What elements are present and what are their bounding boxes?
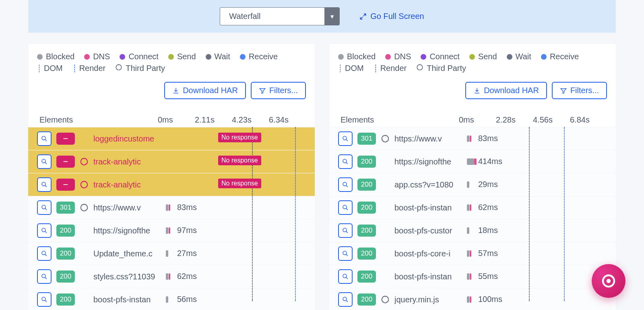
row-inspect-button[interactable] bbox=[37, 131, 52, 146]
row-inspect-button[interactable] bbox=[338, 292, 353, 307]
axis-tick: 2.28s bbox=[496, 115, 533, 125]
status-badge: 301 bbox=[56, 202, 75, 214]
row-inspect-button[interactable] bbox=[37, 292, 52, 307]
row-inspect-button[interactable] bbox=[37, 177, 52, 192]
svg-point-10 bbox=[42, 274, 45, 278]
waterfall-area: − loggedincustome No response − track-an… bbox=[37, 127, 306, 310]
waterfall-row[interactable]: 200 https://signofthe 414ms bbox=[329, 150, 616, 173]
legend-receive: Receive bbox=[240, 52, 278, 61]
row-inspect-button[interactable] bbox=[37, 269, 52, 284]
waterfall-row[interactable]: 301 https://www.v 83ms bbox=[28, 196, 315, 219]
view-select-value: Waterfall bbox=[220, 7, 324, 25]
filters-button[interactable]: Filters... bbox=[552, 82, 607, 99]
svg-point-8 bbox=[42, 228, 45, 232]
row-inspect-button[interactable] bbox=[338, 131, 353, 146]
svg-point-17 bbox=[343, 205, 347, 209]
waterfall-row[interactable]: − track-analytic No response bbox=[28, 150, 315, 173]
search-icon bbox=[342, 227, 349, 234]
row-time: 97ms bbox=[177, 226, 197, 235]
waterfall-row[interactable]: 200 app.css?v=1080 29ms bbox=[329, 173, 616, 196]
row-time: 18ms bbox=[478, 226, 498, 235]
row-inspect-button[interactable] bbox=[37, 246, 52, 261]
search-icon bbox=[41, 250, 48, 257]
svg-point-14 bbox=[382, 135, 389, 142]
legend-row-2: ┊DOM ┊Render Third Party bbox=[338, 64, 607, 73]
third-party-icon bbox=[80, 203, 89, 212]
row-inspect-button[interactable] bbox=[338, 246, 353, 261]
waterfall-row[interactable]: − loggedincustome No response bbox=[28, 127, 315, 150]
waterfall-row[interactable]: 200 jquery.min.js 100ms bbox=[329, 288, 616, 310]
search-icon bbox=[41, 135, 48, 142]
row-gantt: No response bbox=[166, 179, 306, 191]
row-name: styles.css?11039 bbox=[93, 272, 161, 281]
row-inspect-button[interactable] bbox=[338, 200, 353, 215]
row-name: https://www.v bbox=[93, 203, 161, 212]
search-icon bbox=[342, 296, 349, 303]
svg-point-5 bbox=[81, 181, 88, 188]
row-inspect-button[interactable] bbox=[37, 154, 52, 169]
row-time: 62ms bbox=[478, 203, 498, 212]
legend-dns: DNS bbox=[84, 52, 110, 61]
no-response-badge: No response bbox=[218, 133, 261, 142]
waterfall-row[interactable]: 200 boost-pfs-core-i 57ms bbox=[329, 242, 616, 265]
waterfall-row[interactable]: − track-analytic No response bbox=[28, 173, 315, 196]
filters-button[interactable]: Filters... bbox=[251, 82, 306, 99]
row-time: 56ms bbox=[177, 295, 197, 304]
row-inspect-button[interactable] bbox=[338, 177, 353, 192]
row-inspect-button[interactable] bbox=[37, 200, 52, 215]
legend-dns: DNS bbox=[385, 52, 411, 61]
waterfall-row[interactable]: 200 https://signofthe 97ms bbox=[28, 219, 315, 242]
row-inspect-button[interactable] bbox=[338, 154, 353, 169]
svg-point-15 bbox=[343, 159, 347, 163]
waterfall-row[interactable]: 200 boost-pfs-instan 56ms bbox=[28, 288, 315, 310]
search-icon bbox=[41, 204, 48, 211]
row-time: 57ms bbox=[478, 249, 498, 258]
svg-point-13 bbox=[343, 136, 347, 140]
inspect-icon bbox=[600, 273, 617, 289]
fullscreen-link[interactable]: Go Full Screen bbox=[359, 12, 424, 21]
axis-tick: 6.84s bbox=[570, 115, 607, 125]
row-name: Update_theme.c bbox=[93, 249, 161, 258]
axis-tick: 4.23s bbox=[232, 115, 269, 125]
rows-list: − loggedincustome No response − track-an… bbox=[28, 127, 315, 310]
fullscreen-label: Go Full Screen bbox=[370, 12, 424, 21]
download-har-button[interactable]: Download HAR bbox=[465, 82, 547, 99]
status-badge: 200 bbox=[56, 248, 75, 260]
search-icon bbox=[41, 296, 48, 303]
status-badge: 200 bbox=[357, 248, 376, 260]
download-icon bbox=[172, 87, 180, 94]
status-badge: 200 bbox=[357, 156, 376, 168]
legend-row-1: Blocked DNS Connect Send Wait Receive bbox=[338, 52, 607, 61]
legend-send: Send bbox=[469, 52, 497, 61]
legend-row-1: Blocked DNS Connect Send Wait Receive bbox=[37, 52, 306, 61]
row-inspect-button[interactable] bbox=[338, 223, 353, 238]
waterfall-row[interactable]: 200 boost-pfs-instan 62ms bbox=[329, 196, 616, 219]
waterfall-row[interactable]: 200 boost-pfs-custor 18ms bbox=[329, 219, 616, 242]
top-bar: Waterfall ▼ Go Full Screen bbox=[28, 0, 616, 33]
legend-blocked: Blocked bbox=[338, 52, 376, 61]
third-party-icon bbox=[80, 157, 89, 166]
waterfall-row[interactable]: 200 boost-pfs-instan 55ms bbox=[329, 265, 616, 288]
row-inspect-button[interactable] bbox=[338, 269, 353, 284]
status-badge: 200 bbox=[357, 202, 376, 214]
row-gantt: 56ms bbox=[166, 293, 306, 306]
help-fab[interactable] bbox=[592, 264, 625, 298]
axis-tick: 0ms bbox=[158, 115, 195, 125]
row-gantt: 83ms bbox=[166, 202, 306, 214]
row-name: loggedincustome bbox=[93, 134, 161, 144]
waterfall-row[interactable]: 200 Update_theme.c 27ms bbox=[28, 242, 315, 265]
panels-container: Blocked DNS Connect Send Wait Receive ┊D… bbox=[0, 33, 644, 310]
svg-point-4 bbox=[42, 182, 45, 186]
view-select[interactable]: Waterfall ▼ bbox=[220, 7, 340, 25]
search-icon bbox=[342, 204, 349, 211]
waterfall-row[interactable]: 301 https://www.v 83ms bbox=[329, 127, 616, 150]
waterfall-row[interactable]: 200 styles.css?11039 62ms bbox=[28, 265, 315, 288]
legend-blocked: Blocked bbox=[37, 52, 74, 61]
row-gantt: 62ms bbox=[467, 202, 607, 214]
row-inspect-button[interactable] bbox=[37, 223, 52, 238]
row-gantt: 55ms bbox=[467, 270, 607, 283]
axis-tick: 4.56s bbox=[533, 115, 570, 125]
status-badge: 200 bbox=[56, 225, 75, 237]
rows-list: 301 https://www.v 83ms 200 https://signo… bbox=[329, 127, 616, 310]
download-har-button[interactable]: Download HAR bbox=[164, 82, 246, 99]
